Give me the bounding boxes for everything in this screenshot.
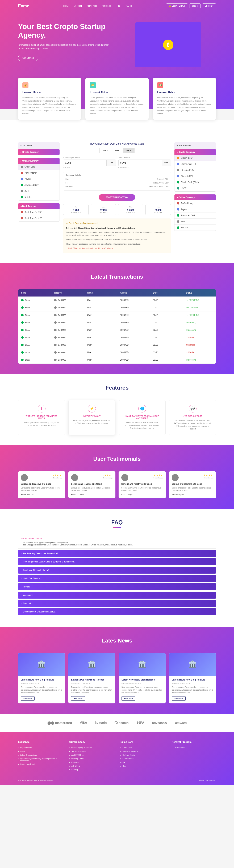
bank-transfer-head[interactable]: ▸ Bank Transfer (18, 203, 60, 209)
payeer-icon (177, 208, 179, 211)
footer-link[interactable]: Blog (120, 764, 165, 768)
tx-name: User (84, 297, 117, 304)
price-icon: 💵 (157, 82, 163, 88)
star-rating: ★★★★★ (53, 474, 62, 476)
nav-home[interactable]: HOME (63, 5, 70, 7)
faq-item-open[interactable]: + Supported Countries + All countries ar… (18, 535, 216, 549)
partner-logo: ⬤⬤ mastercard (48, 721, 72, 725)
footer-link[interactable]: News (18, 750, 62, 753)
logo[interactable]: Exme (18, 3, 29, 8)
news-date: may-06-2019 @ 05:30 UTC (121, 682, 163, 684)
skrill-item[interactable]: Skrill (18, 188, 60, 194)
read-more-button[interactable]: Read More (21, 696, 34, 701)
payeer-item[interactable]: Payeer (174, 207, 216, 213)
faq-item[interactable]: + Limits Get Bitcoins (18, 575, 216, 582)
faq-item[interactable]: + Can I buy Bitcoins Instantly? (18, 567, 216, 574)
footer-link[interactable]: Our Partners (120, 757, 165, 761)
read-more-button[interactable]: Read More (71, 696, 85, 701)
bank-usd-item[interactable]: Bank Transfer USD (18, 215, 60, 221)
neteller-icon (21, 196, 23, 198)
nav-pricing[interactable]: PRICING (101, 5, 111, 7)
nav-about[interactable]: ABOUT (75, 5, 82, 7)
footer-link[interactable]: Exme Card (120, 746, 165, 750)
btc-item[interactable]: Bitcoin (BTC) (174, 155, 216, 161)
footer-link[interactable]: Dynamic Cryptocurrency exchange terms & … (18, 757, 62, 763)
start-transaction-button[interactable]: START TRANSACTION (99, 194, 135, 201)
notice-p: Normally it takes 15-20 min to get verif… (66, 231, 168, 237)
perfectmoney-item[interactable]: PerfectMoney (174, 200, 216, 207)
nav-card[interactable]: CARD (125, 5, 132, 7)
feature-heading: WORLD'S HIGHEST PERMITTED LIMITS (23, 415, 60, 419)
card-title: Lowest Price (90, 91, 144, 94)
neteller-item[interactable]: Neteller (18, 194, 60, 200)
testimonial-card: ★★★★★3 months ago Serious and reactive s… (119, 471, 166, 498)
tab-usd[interactable]: USD (99, 148, 111, 153)
lang-urdu[interactable]: urdu ▾ (189, 3, 201, 8)
eth-item[interactable]: Ethereum (ETH) (174, 161, 216, 167)
read-more-button[interactable]: Read More (172, 696, 185, 701)
advcash-item[interactable]: Advanced Cash (18, 182, 60, 188)
footer-link[interactable]: Latest Transactions (18, 753, 62, 757)
deposit-input[interactable] (63, 160, 107, 166)
ltc-item[interactable]: Litecoin (LTC) (174, 167, 216, 173)
feature-heading: LIVE 24/7 SUPPORT (174, 415, 211, 417)
usdt-item[interactable]: USDT (174, 185, 216, 191)
footer-link[interactable]: Payment Systems (120, 750, 165, 753)
bank-eur-item[interactable]: Bank Transfer EUR (18, 209, 60, 215)
faq-item[interactable]: + Do you accept prepaid credit cards? (18, 608, 216, 615)
deposit-label: ↘ Amount you deposit (63, 157, 116, 159)
news-image: 🏛️ (169, 653, 216, 676)
lang-english[interactable]: English ▾ (202, 3, 216, 8)
footer-link[interactable]: How to buy Bitcoin (18, 763, 62, 766)
feature-desc: You can purchase amounts of up to $5,000… (23, 421, 60, 427)
crypto-currency-head[interactable]: ▸ Crypto Currency (174, 149, 216, 155)
faq-item[interactable]: + Privacy (18, 583, 216, 590)
nav-tess[interactable]: TESS (115, 5, 121, 7)
xrp-item[interactable]: Ripple (XRP) (174, 173, 216, 179)
nav-contact[interactable]: CONTACT (86, 5, 97, 7)
receive-input[interactable] (119, 160, 162, 166)
footer-link[interactable]: Job Offers (69, 764, 114, 768)
price-card: 💰Lowest PriceLorem ipsum dolor sit amet,… (18, 78, 81, 120)
footer-link[interactable]: Sitemap (69, 768, 114, 772)
neteller-item[interactable]: Neteller (174, 225, 216, 231)
payeer-icon (21, 178, 23, 180)
footer-link[interactable]: Our Company & Mission (69, 746, 114, 750)
tx-receive: Skrill USD (51, 356, 84, 364)
footer-link[interactable]: AML/KYC Policy (69, 753, 114, 757)
card-desc: Lorem ipsum dolor sit amet, consectetur … (157, 96, 212, 116)
bch-item[interactable]: Bitcoin Cash (BCH) (174, 179, 216, 185)
skrill-item[interactable]: Skrill (174, 219, 216, 225)
footer-link[interactable]: Reviews (69, 761, 114, 764)
footer-link[interactable]: Terms of Service (69, 750, 114, 753)
testimonial-date: 3 months ago (103, 477, 113, 479)
perfectmoney-item[interactable]: PerfectMoney (18, 170, 60, 176)
get-started-button[interactable]: Get Started (18, 55, 38, 61)
payeer-item[interactable]: Payeer (18, 176, 60, 182)
news-title: Lates News (18, 638, 216, 644)
bch-icon (177, 181, 179, 184)
login-button[interactable]: 🔒 Login / Signup (166, 3, 188, 8)
advcash-item[interactable]: Advanced Cash (174, 213, 216, 219)
footer-link[interactable]: Support Portal (18, 746, 62, 750)
footer-link[interactable]: Referral (Main) (120, 753, 165, 757)
online-currency-head[interactable]: ▸ Online Currency (174, 194, 216, 200)
online-currency-head[interactable]: ▸ Online Currency (18, 158, 60, 164)
tx-amount: 100 USD (117, 319, 150, 326)
footer-link[interactable]: How it works (172, 746, 216, 750)
footer-link[interactable]: FAQ (120, 761, 165, 764)
tab-eur[interactable]: EUR (111, 148, 123, 153)
testimonials-title: User Testimonials (18, 456, 216, 462)
faq-item[interactable]: + Verification (18, 592, 216, 598)
footer-link[interactable]: Working Hours (69, 757, 114, 761)
faq-question: + Supported Countries (21, 537, 213, 540)
faq-item[interactable]: + How long does it usually take to compl… (18, 558, 216, 565)
credit-card-item[interactable]: Credit Card (18, 164, 60, 170)
read-more-button[interactable]: Read More (121, 696, 135, 701)
crypto-currency-head[interactable]: ▸ Crypto Currency (18, 149, 60, 155)
tab-gbp[interactable]: GBP (123, 148, 135, 153)
news-desc: Dear customers, Exme team is announce so… (71, 686, 113, 694)
faq-item[interactable]: + Reputation (18, 600, 216, 607)
testimonial-author: Patrick Boujoton (172, 494, 213, 495)
faq-item[interactable]: + Are there any fees to use the service? (18, 550, 216, 557)
